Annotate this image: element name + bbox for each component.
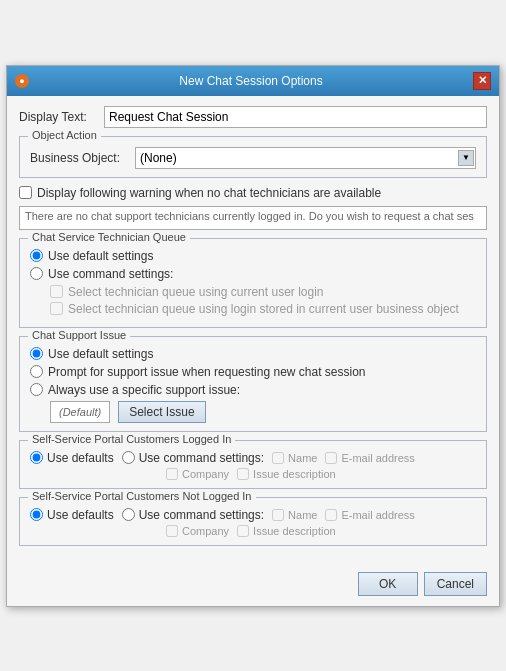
technician-queue-group: Chat Service Technician Queue Use defaul… [19,238,487,328]
cancel-button[interactable]: Cancel [424,572,487,596]
main-window: ● New Chat Session Options ✕ Display Tex… [6,65,500,607]
portal-logged-in-email-field: E-mail address [325,452,414,464]
tech-sub2-checkbox [50,302,63,315]
footer: OK Cancel [7,564,499,606]
portal-not-logged-in-issue-field: Issue description [237,525,336,537]
select-issue-button[interactable]: Select Issue [118,401,205,423]
portal-logged-in-issue-checkbox [237,468,249,480]
portal-logged-in-company-label: Company [182,468,229,480]
default-issue-row: (Default) Select Issue [50,401,476,423]
portal-not-logged-in-defaults-label: Use defaults [47,508,114,522]
portal-logged-in-command-radio[interactable] [122,451,135,464]
portal-logged-in-name-field: Name [272,452,317,464]
warning-checkbox-label[interactable]: Display following warning when no chat t… [19,186,381,200]
tech-queue-default-label: Use default settings [48,249,153,263]
portal-not-logged-in-content: Use defaults Use command settings: Name [30,508,476,537]
issue-default-radio[interactable] [30,347,43,360]
portal-not-logged-in-row1: Use defaults Use command settings: Name [30,508,476,522]
portal-not-logged-in-email-checkbox [325,509,337,521]
portal-not-logged-in-company-checkbox [166,525,178,537]
content-area: Display Text: Object Action Business Obj… [7,96,499,564]
portal-logged-in-radio-group: Use defaults [30,451,114,465]
business-object-wrapper: (None) ▼ [135,147,476,169]
default-badge: (Default) [50,401,110,423]
object-action-title: Object Action [28,129,101,141]
portal-logged-in-row1: Use defaults Use command settings: Name [30,451,476,465]
issue-specific-label: Always use a specific support issue: [48,383,240,397]
portal-logged-in-title: Self-Service Portal Customers Logged In [28,433,235,445]
portal-not-logged-in-row2: Company Issue description [166,525,476,537]
issue-prompt-label: Prompt for support issue when requesting… [48,365,366,379]
tech-queue-default-row: Use default settings [30,249,476,263]
issue-prompt-row: Prompt for support issue when requesting… [30,365,476,379]
portal-logged-in-defaults-label: Use defaults [47,451,114,465]
close-button[interactable]: ✕ [473,72,491,90]
portal-logged-in-defaults-radio[interactable] [30,451,43,464]
portal-logged-in-fields-row1: Name E-mail address [272,452,415,464]
chat-support-issue-title: Chat Support Issue [28,329,130,341]
business-object-label: Business Object: [30,151,135,165]
display-text-label: Display Text: [19,110,104,124]
portal-not-logged-in-name-label: Name [288,509,317,521]
business-object-select[interactable]: (None) [135,147,476,169]
window-title: New Chat Session Options [29,74,473,88]
ok-button[interactable]: OK [358,572,418,596]
object-action-group: Object Action Business Object: (None) ▼ [19,136,487,178]
portal-not-logged-in-issue-checkbox [237,525,249,537]
portal-not-logged-in-email-field: E-mail address [325,509,414,521]
tech-sub1-checkbox [50,285,63,298]
portal-logged-in-issue-field: Issue description [237,468,336,480]
portal-logged-in-company-checkbox [166,468,178,480]
portal-logged-in-company-field: Company [166,468,229,480]
portal-not-logged-in-command-group: Use command settings: [122,508,264,522]
tech-sub1-label: Select technician queue using current us… [68,285,324,299]
portal-logged-in-name-label: Name [288,452,317,464]
portal-not-logged-in-command-radio[interactable] [122,508,135,521]
portal-logged-in-name-checkbox [272,452,284,464]
portal-logged-in-command-group: Use command settings: [122,451,264,465]
portal-not-logged-in-group: Self-Service Portal Customers Not Logged… [19,497,487,546]
tech-queue-default-radio[interactable] [30,249,43,262]
portal-not-logged-in-name-field: Name [272,509,317,521]
portal-not-logged-in-fields-row1: Name E-mail address [272,509,415,521]
portal-not-logged-in-company-label: Company [182,525,229,537]
warning-text-container: There are no chat support technicians cu… [19,206,487,230]
portal-logged-in-issue-label: Issue description [253,468,336,480]
tech-sub1-row: Select technician queue using current us… [50,285,476,299]
business-object-row: Business Object: (None) ▼ [30,147,476,169]
warning-text-box: There are no chat support technicians cu… [19,206,487,230]
chat-support-issue-group: Chat Support Issue Use default settings … [19,336,487,432]
portal-logged-in-content: Use defaults Use command settings: Name [30,451,476,480]
tech-queue-suboptions: Select technician queue using current us… [50,285,476,316]
portal-logged-in-group: Self-Service Portal Customers Logged In … [19,440,487,489]
portal-not-logged-in-command-label: Use command settings: [139,508,264,522]
warning-checkbox-row: Display following warning when no chat t… [19,186,487,200]
window-icon: ● [15,74,29,88]
portal-not-logged-in-email-label: E-mail address [341,509,414,521]
tech-queue-command-label: Use command settings: [48,267,173,281]
tech-queue-command-radio[interactable] [30,267,43,280]
technician-queue-content: Use default settings Use command setting… [30,249,476,316]
issue-specific-row: Always use a specific support issue: [30,383,476,397]
chat-support-issue-content: Use default settings Prompt for support … [30,347,476,423]
issue-prompt-radio[interactable] [30,365,43,378]
portal-not-logged-in-defaults-radio[interactable] [30,508,43,521]
issue-default-label: Use default settings [48,347,153,361]
technician-queue-title: Chat Service Technician Queue [28,231,190,243]
issue-default-row: Use default settings [30,347,476,361]
warning-checkbox[interactable] [19,186,32,199]
tech-sub2-row: Select technician queue using login stor… [50,302,476,316]
portal-not-logged-in-title: Self-Service Portal Customers Not Logged… [28,490,256,502]
display-text-row: Display Text: [19,106,487,128]
portal-logged-in-email-label: E-mail address [341,452,414,464]
object-action-content: Business Object: (None) ▼ [30,147,476,169]
title-bar: ● New Chat Session Options ✕ [7,66,499,96]
portal-logged-in-command-label: Use command settings: [139,451,264,465]
portal-not-logged-in-issue-label: Issue description [253,525,336,537]
portal-logged-in-row2: Company Issue description [166,468,476,480]
portal-logged-in-email-checkbox [325,452,337,464]
portal-not-logged-in-name-checkbox [272,509,284,521]
tech-queue-command-row: Use command settings: [30,267,476,281]
display-text-input[interactable] [104,106,487,128]
issue-specific-radio[interactable] [30,383,43,396]
